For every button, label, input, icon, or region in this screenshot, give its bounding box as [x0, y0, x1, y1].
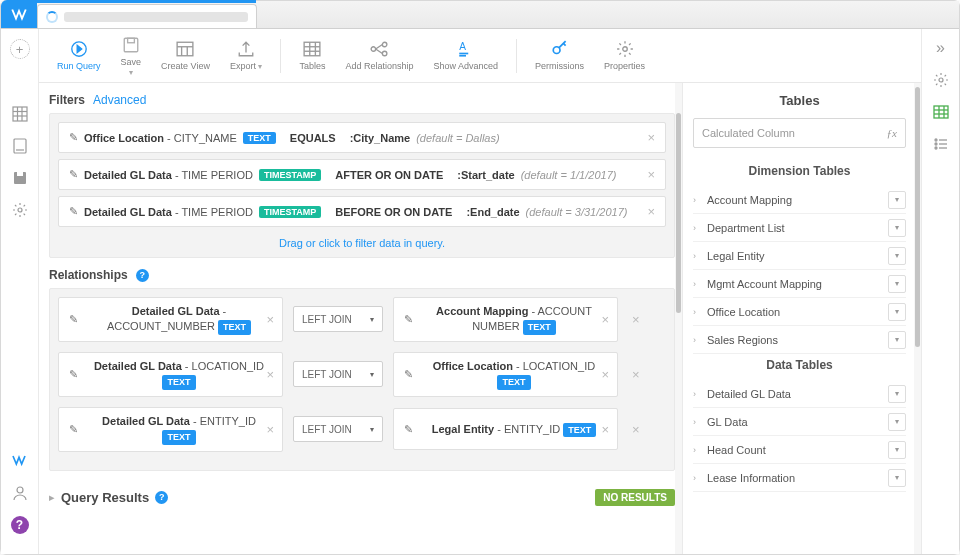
svg-rect-0: [13, 107, 27, 121]
calculated-column-input[interactable]: Calculated Column ƒx: [693, 118, 906, 148]
collapse-icon[interactable]: »: [932, 39, 950, 57]
permissions-button[interactable]: Permissions: [527, 32, 592, 80]
edit-icon[interactable]: ✎: [69, 368, 78, 381]
dropdown-icon[interactable]: ▾: [888, 247, 906, 265]
remove-icon[interactable]: ×: [601, 312, 609, 327]
help-icon[interactable]: ?: [136, 269, 149, 282]
run-query-label: Run Query: [57, 61, 101, 71]
table-item[interactable]: ›Head Count▾: [693, 436, 906, 464]
tables-panel: Tables Calculated Column ƒx Dimension Ta…: [682, 83, 914, 554]
dropdown-icon[interactable]: ▾: [888, 469, 906, 487]
properties-button[interactable]: Properties: [596, 32, 653, 80]
list-icon[interactable]: [932, 135, 950, 153]
table-item[interactable]: ›Legal Entity▾: [693, 242, 906, 270]
remove-icon[interactable]: ×: [601, 422, 609, 437]
key-icon: [551, 40, 569, 58]
add-relationship-button[interactable]: Add Relationship: [337, 32, 421, 80]
remove-row-icon[interactable]: ×: [632, 422, 640, 437]
help-icon[interactable]: ?: [155, 491, 168, 504]
dropdown-icon[interactable]: ▾: [888, 275, 906, 293]
remove-icon[interactable]: ×: [266, 367, 274, 382]
filters-advanced-link[interactable]: Advanced: [93, 93, 146, 107]
filter-drop-hint[interactable]: Drag or click to filter data in query.: [58, 233, 666, 249]
join-type-select[interactable]: LEFT JOIN▾: [293, 361, 383, 387]
type-badge: TEXT: [523, 320, 556, 335]
dropdown-icon[interactable]: ▾: [888, 413, 906, 431]
relationship-cell[interactable]: ✎Account Mapping - ACCOUNT NUMBER TEXT×: [393, 297, 618, 342]
edit-icon[interactable]: ✎: [69, 423, 78, 436]
tables-button[interactable]: Tables: [291, 32, 333, 80]
grid-icon[interactable]: [11, 105, 29, 123]
dropdown-icon[interactable]: ▾: [888, 219, 906, 237]
brand-mini-icon[interactable]: [11, 452, 29, 470]
remove-icon[interactable]: ×: [266, 422, 274, 437]
remove-icon[interactable]: ×: [647, 167, 655, 182]
document-icon[interactable]: [11, 137, 29, 155]
panel-scrollbar[interactable]: [914, 83, 921, 554]
save-icon[interactable]: [11, 169, 29, 187]
help-icon[interactable]: ?: [11, 516, 29, 534]
remove-icon[interactable]: ×: [266, 312, 274, 327]
join-type-select[interactable]: LEFT JOIN▾: [293, 306, 383, 332]
chevron-right-icon: ›: [693, 251, 707, 261]
remove-icon[interactable]: ×: [647, 130, 655, 145]
document-tab[interactable]: [37, 4, 257, 28]
add-icon[interactable]: +: [10, 39, 30, 59]
dropdown-icon[interactable]: ▾: [888, 191, 906, 209]
remove-row-icon[interactable]: ×: [632, 312, 640, 327]
svg-line-33: [563, 43, 565, 45]
show-advanced-button[interactable]: A Show Advanced: [426, 32, 507, 80]
filter-row[interactable]: ✎ Detailed GL Data - TIME PERIOD TIMESTA…: [58, 196, 666, 227]
caret-down-icon: ▾: [370, 370, 374, 379]
relationship-cell[interactable]: ✎Office Location - LOCATION_ID TEXT×: [393, 352, 618, 397]
table-item[interactable]: ›Lease Information▾: [693, 464, 906, 492]
table-item[interactable]: ›Office Location▾: [693, 298, 906, 326]
tables-rail-icon[interactable]: [932, 103, 950, 121]
edit-icon[interactable]: ✎: [69, 313, 78, 326]
save-button[interactable]: Save ▾: [113, 32, 150, 80]
save-label: Save: [121, 57, 142, 67]
chevron-right-icon: ›: [693, 389, 707, 399]
dropdown-icon[interactable]: ▾: [888, 385, 906, 403]
relationship-cell[interactable]: ✎Detailed GL Data - ENTITY_ID TEXT×: [58, 407, 283, 452]
edit-icon[interactable]: ✎: [404, 368, 413, 381]
user-icon[interactable]: [11, 484, 29, 502]
builder-scrollbar[interactable]: [675, 83, 682, 554]
edit-icon[interactable]: ✎: [69, 205, 78, 218]
relationship-cell[interactable]: ✎Detailed GL Data - LOCATION_ID TEXT×: [58, 352, 283, 397]
dropdown-icon[interactable]: ▾: [888, 441, 906, 459]
table-item[interactable]: ›Department List▾: [693, 214, 906, 242]
remove-icon[interactable]: ×: [601, 367, 609, 382]
export-button[interactable]: Export ▾: [222, 32, 271, 80]
svg-point-24: [383, 42, 388, 47]
table-item[interactable]: ›Mgmt Account Mapping▾: [693, 270, 906, 298]
table-item[interactable]: ›Detailed GL Data▾: [693, 380, 906, 408]
svg-point-41: [935, 139, 937, 141]
create-view-button[interactable]: Create View: [153, 32, 218, 80]
edit-icon[interactable]: ✎: [404, 423, 413, 436]
filter-row[interactable]: ✎ Detailed GL Data - TIME PERIOD TIMESTA…: [58, 159, 666, 190]
svg-rect-36: [934, 106, 948, 118]
dropdown-icon[interactable]: ▾: [888, 303, 906, 321]
run-query-button[interactable]: Run Query: [49, 32, 109, 80]
remove-icon[interactable]: ×: [647, 204, 655, 219]
remove-row-icon[interactable]: ×: [632, 367, 640, 382]
table-item[interactable]: ›GL Data▾: [693, 408, 906, 436]
no-results-badge: NO RESULTS: [595, 489, 675, 506]
table-item[interactable]: ›Sales Regions▾: [693, 326, 906, 354]
filter-row[interactable]: ✎ Office Location - CITY_NAME TEXT EQUAL…: [58, 122, 666, 153]
edit-icon[interactable]: ✎: [404, 313, 413, 326]
relationship-cell[interactable]: ✎Legal Entity - ENTITY_ID TEXT×: [393, 408, 618, 450]
settings-icon[interactable]: [932, 71, 950, 89]
edit-icon[interactable]: ✎: [69, 131, 78, 144]
join-type-select[interactable]: LEFT JOIN▾: [293, 416, 383, 442]
svg-point-10: [17, 487, 23, 493]
type-badge: TEXT: [162, 375, 195, 390]
relationship-cell[interactable]: ✎Detailed GL Data - ACCOUNT_NUMBER TEXT×: [58, 297, 283, 342]
dropdown-icon[interactable]: ▾: [888, 331, 906, 349]
svg-point-45: [935, 147, 937, 149]
settings-rail-icon[interactable]: [11, 201, 29, 219]
edit-icon[interactable]: ✎: [69, 168, 78, 181]
table-item[interactable]: ›Account Mapping▾: [693, 186, 906, 214]
expand-icon[interactable]: ▸: [49, 491, 55, 504]
